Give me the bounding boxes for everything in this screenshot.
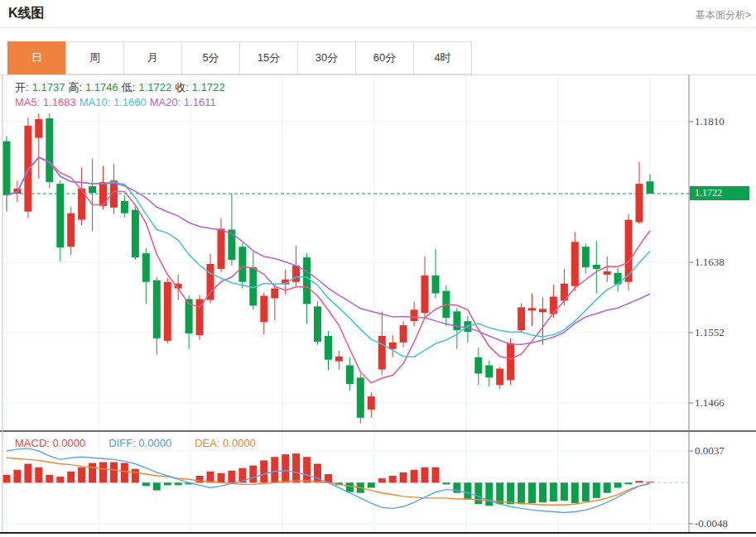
macd-legend-item: DIFF: 0.0000 [108, 437, 171, 449]
price-axis-label: 1.1466 [695, 396, 725, 410]
tab-周[interactable]: 周 [65, 41, 124, 74]
price-axis-label: 1.1552 [695, 325, 725, 340]
macd-legend: MACD: 0.0000DIFF: 0.0000DEA: 0.0000 [15, 437, 279, 449]
ma-legend-item: MA5: 1.1683 [15, 96, 76, 108]
ohlc-legend: 开:1.1737高:1.1746低:1.1722收:1.1722 [15, 80, 229, 95]
macd-legend-item: MACD: 0.0000 [15, 437, 85, 449]
fundamental-analysis-link[interactable]: 基本面分析> [696, 8, 751, 22]
kline-page: K线图 基本面分析> 日周月5分15分30分60分4时 开:1.1737高:1.… [0, 0, 756, 537]
tab-60分[interactable]: 60分 [355, 41, 414, 74]
macd-axis-label: 0.0037 [695, 444, 725, 458]
ohlc-value: 1.1722 [138, 81, 171, 93]
page-title: K线图 [8, 5, 45, 22]
ohlc-label: 高: [68, 81, 82, 93]
main-chart-area[interactable] [0, 74, 689, 431]
current-price-tag: 1.1722 [690, 186, 749, 200]
ohlc-label: 收: [175, 81, 189, 93]
ma-legend-item: MA10: 1.1660 [79, 96, 147, 108]
tab-月[interactable]: 月 [123, 41, 182, 74]
title-divider [0, 27, 756, 28]
ma-legend-item: MA20: 1.1611 [150, 96, 216, 108]
tab-日[interactable]: 日 [7, 41, 66, 74]
tab-4时[interactable]: 4时 [413, 41, 472, 74]
price-axis-label: 1.1638 [695, 255, 725, 270]
ohlc-value: 1.1737 [32, 81, 65, 93]
tab-5分[interactable]: 5分 [181, 41, 240, 74]
tab-15分[interactable]: 15分 [239, 41, 298, 74]
ohlc-value: 1.1746 [85, 81, 118, 93]
macd-axis-label: -0.0048 [695, 516, 728, 531]
tab-30分[interactable]: 30分 [297, 41, 356, 74]
price-axis-label: 1.1810 [695, 114, 725, 129]
ohlc-label: 开: [15, 81, 29, 93]
ohlc-label: 低: [122, 81, 136, 93]
interval-tab-bar: 日周月5分15分30分60分4时 [8, 41, 472, 74]
macd-legend-item: DEA: 0.0000 [195, 437, 256, 449]
ohlc-value: 1.1722 [192, 81, 225, 93]
ma-legend: MA5: 1.1683MA10: 1.1660MA20: 1.1611 [15, 96, 219, 108]
